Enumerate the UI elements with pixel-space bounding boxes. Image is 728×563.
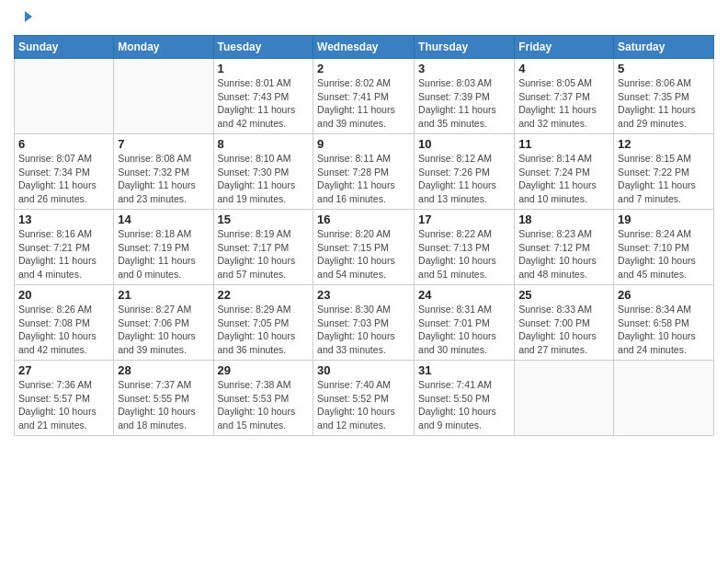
day-info: Sunrise: 8:29 AMSunset: 7:05 PMDaylight:… [218, 303, 310, 357]
day-info: Sunrise: 8:20 AMSunset: 7:15 PMDaylight:… [317, 227, 410, 282]
day-number: 1 [218, 62, 310, 75]
day-info: Sunrise: 8:06 AMSunset: 7:35 PMDaylight:… [618, 76, 710, 131]
calendar-header-monday: Monday [114, 36, 213, 59]
calendar-cell [15, 59, 114, 134]
day-info: Sunrise: 8:14 AMSunset: 7:24 PMDaylight:… [518, 152, 609, 206]
calendar-week-2: 6Sunrise: 8:07 AMSunset: 7:34 PMDaylight… [15, 134, 714, 210]
day-info: Sunrise: 7:37 AMSunset: 5:55 PMDaylight:… [118, 378, 209, 432]
day-info: Sunrise: 8:19 AMSunset: 7:17 PMDaylight:… [218, 227, 310, 282]
day-number: 23 [317, 288, 410, 302]
page: SundayMondayTuesdayWednesdayThursdayFrid… [0, 0, 728, 563]
day-number: 25 [518, 288, 609, 302]
logo-flag-icon [16, 9, 34, 28]
day-info: Sunrise: 8:10 AMSunset: 7:30 PMDaylight:… [218, 152, 310, 206]
calendar-cell: 14Sunrise: 8:18 AMSunset: 7:19 PMDayligh… [114, 210, 213, 285]
calendar-header-tuesday: Tuesday [213, 36, 313, 59]
calendar-cell: 22Sunrise: 8:29 AMSunset: 7:05 PMDayligh… [213, 285, 313, 361]
day-number: 21 [118, 288, 209, 302]
calendar-cell: 26Sunrise: 8:34 AMSunset: 6:58 PMDayligh… [614, 285, 714, 361]
calendar-cell: 24Sunrise: 8:31 AMSunset: 7:01 PMDayligh… [415, 285, 515, 361]
day-info: Sunrise: 8:05 AMSunset: 7:37 PMDaylight:… [518, 76, 609, 131]
day-number: 28 [118, 363, 209, 377]
calendar-cell: 9Sunrise: 8:11 AMSunset: 7:28 PMDaylight… [313, 134, 415, 210]
day-number: 10 [418, 137, 510, 151]
calendar-cell: 15Sunrise: 8:19 AMSunset: 7:17 PMDayligh… [213, 210, 313, 285]
day-info: Sunrise: 8:08 AMSunset: 7:32 PMDaylight:… [118, 152, 209, 206]
calendar-cell: 6Sunrise: 8:07 AMSunset: 7:34 PMDaylight… [15, 134, 114, 210]
calendar-cell: 19Sunrise: 8:24 AMSunset: 7:10 PMDayligh… [614, 210, 714, 285]
day-number: 7 [118, 137, 209, 151]
calendar-cell: 11Sunrise: 8:14 AMSunset: 7:24 PMDayligh… [515, 134, 614, 210]
day-info: Sunrise: 8:07 AMSunset: 7:34 PMDaylight:… [18, 152, 109, 206]
calendar-cell: 10Sunrise: 8:12 AMSunset: 7:26 PMDayligh… [415, 134, 515, 210]
calendar-cell: 30Sunrise: 7:40 AMSunset: 5:52 PMDayligh… [313, 361, 415, 436]
day-number: 9 [317, 137, 410, 151]
calendar-cell: 2Sunrise: 8:02 AMSunset: 7:41 PMDaylight… [313, 59, 415, 134]
day-info: Sunrise: 7:40 AMSunset: 5:52 PMDaylight:… [317, 378, 410, 432]
calendar-table: SundayMondayTuesdayWednesdayThursdayFrid… [14, 35, 714, 436]
logo [14, 9, 34, 28]
day-info: Sunrise: 8:01 AMSunset: 7:43 PMDaylight:… [218, 76, 310, 131]
calendar-header-friday: Friday [515, 36, 614, 59]
day-number: 17 [418, 213, 510, 226]
calendar-week-5: 27Sunrise: 7:36 AMSunset: 5:57 PMDayligh… [15, 361, 714, 436]
day-number: 31 [418, 363, 510, 377]
calendar-header-saturday: Saturday [614, 36, 714, 59]
calendar-cell [114, 59, 213, 134]
calendar-cell: 8Sunrise: 8:10 AMSunset: 7:30 PMDaylight… [213, 134, 313, 210]
day-info: Sunrise: 8:33 AMSunset: 7:00 PMDaylight:… [518, 303, 609, 357]
day-number: 26 [618, 288, 710, 302]
day-info: Sunrise: 8:18 AMSunset: 7:19 PMDaylight:… [118, 227, 209, 282]
calendar-header-row: SundayMondayTuesdayWednesdayThursdayFrid… [15, 36, 714, 59]
day-info: Sunrise: 8:16 AMSunset: 7:21 PMDaylight:… [18, 227, 109, 282]
calendar-cell [614, 361, 714, 436]
calendar-cell [515, 361, 614, 436]
day-info: Sunrise: 8:30 AMSunset: 7:03 PMDaylight:… [317, 303, 410, 357]
day-info: Sunrise: 8:03 AMSunset: 7:39 PMDaylight:… [418, 76, 510, 131]
day-number: 4 [518, 62, 609, 75]
calendar-header-wednesday: Wednesday [313, 36, 415, 59]
day-number: 27 [18, 363, 109, 377]
day-info: Sunrise: 8:34 AMSunset: 6:58 PMDaylight:… [618, 303, 710, 357]
calendar-cell: 27Sunrise: 7:36 AMSunset: 5:57 PMDayligh… [15, 361, 114, 436]
day-number: 30 [317, 363, 410, 377]
calendar-cell: 31Sunrise: 7:41 AMSunset: 5:50 PMDayligh… [415, 361, 515, 436]
day-info: Sunrise: 7:41 AMSunset: 5:50 PMDaylight:… [418, 378, 510, 432]
day-number: 12 [618, 137, 710, 151]
calendar-week-4: 20Sunrise: 8:26 AMSunset: 7:08 PMDayligh… [15, 285, 714, 361]
calendar-cell: 25Sunrise: 8:33 AMSunset: 7:00 PMDayligh… [515, 285, 614, 361]
day-info: Sunrise: 8:27 AMSunset: 7:06 PMDaylight:… [118, 303, 209, 357]
calendar-week-1: 1Sunrise: 8:01 AMSunset: 7:43 PMDaylight… [15, 59, 714, 134]
day-info: Sunrise: 8:22 AMSunset: 7:13 PMDaylight:… [418, 227, 510, 282]
day-number: 19 [618, 213, 710, 226]
day-info: Sunrise: 7:36 AMSunset: 5:57 PMDaylight:… [18, 378, 109, 432]
day-number: 18 [518, 213, 609, 226]
day-number: 6 [18, 137, 109, 151]
day-info: Sunrise: 8:31 AMSunset: 7:01 PMDaylight:… [418, 303, 510, 357]
calendar-cell: 7Sunrise: 8:08 AMSunset: 7:32 PMDaylight… [114, 134, 213, 210]
calendar-header-thursday: Thursday [415, 36, 515, 59]
day-number: 24 [418, 288, 510, 302]
calendar-cell: 4Sunrise: 8:05 AMSunset: 7:37 PMDaylight… [515, 59, 614, 134]
calendar-cell: 20Sunrise: 8:26 AMSunset: 7:08 PMDayligh… [15, 285, 114, 361]
calendar-cell: 29Sunrise: 7:38 AMSunset: 5:53 PMDayligh… [213, 361, 313, 436]
day-number: 22 [218, 288, 310, 302]
calendar-cell: 5Sunrise: 8:06 AMSunset: 7:35 PMDaylight… [614, 59, 714, 134]
calendar-cell: 18Sunrise: 8:23 AMSunset: 7:12 PMDayligh… [515, 210, 614, 285]
day-number: 15 [218, 213, 310, 226]
header [14, 9, 714, 28]
day-number: 8 [218, 137, 310, 151]
day-info: Sunrise: 8:23 AMSunset: 7:12 PMDaylight:… [518, 227, 609, 282]
day-info: Sunrise: 8:15 AMSunset: 7:22 PMDaylight:… [618, 152, 710, 206]
day-number: 3 [418, 62, 510, 75]
calendar-cell: 17Sunrise: 8:22 AMSunset: 7:13 PMDayligh… [415, 210, 515, 285]
day-number: 11 [518, 137, 609, 151]
day-number: 5 [618, 62, 710, 75]
day-number: 16 [317, 213, 410, 226]
calendar-cell: 3Sunrise: 8:03 AMSunset: 7:39 PMDaylight… [415, 59, 515, 134]
day-number: 29 [218, 363, 310, 377]
day-info: Sunrise: 8:02 AMSunset: 7:41 PMDaylight:… [317, 76, 410, 131]
calendar-cell: 13Sunrise: 8:16 AMSunset: 7:21 PMDayligh… [15, 210, 114, 285]
calendar-cell: 16Sunrise: 8:20 AMSunset: 7:15 PMDayligh… [313, 210, 415, 285]
day-number: 13 [18, 213, 109, 226]
